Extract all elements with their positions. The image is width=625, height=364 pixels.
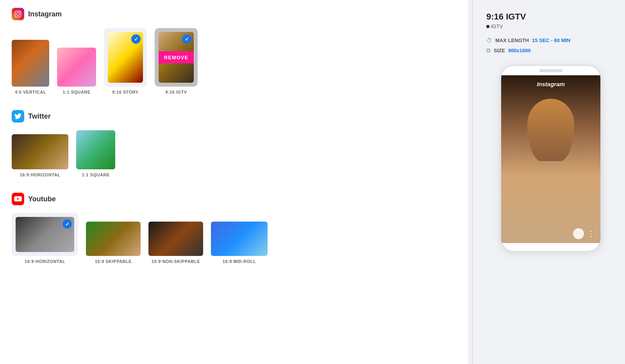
story-wrapper: ✓: [104, 28, 147, 87]
youtube-header: Youtube: [12, 193, 456, 205]
thumb-ig-story: ✓: [108, 32, 143, 83]
phone-top-bar: [501, 66, 600, 75]
phone-person: [527, 99, 574, 161]
youtube-icon: [12, 193, 24, 205]
subtitle-dot: [486, 25, 489, 28]
card-ig-11sq[interactable]: 1:1 SQUARE: [57, 48, 96, 94]
thumb-tw-11sq: [76, 130, 115, 169]
twitter-header: Twitter: [12, 110, 456, 123]
clock-icon: ⏱: [486, 37, 492, 44]
phone-bottom-outer: [501, 243, 600, 251]
left-panel: Instagram 4:5 VERTICAL 1:1 SQUARE ✓ 9: [0, 0, 468, 364]
thumb-yt-skip: [86, 222, 141, 256]
check-badge-igtv: ✓: [182, 34, 191, 44]
right-panel: 9:16 IGTV IGTV ⏱ MAX LENGTH 15 SEC - 60 …: [477, 0, 625, 364]
svg-point-2: [19, 12, 20, 13]
card-ig-45v[interactable]: 4:5 VERTICAL: [12, 40, 49, 94]
card-yt-skip[interactable]: 16:9 SKIPPABLE: [86, 222, 141, 264]
svg-point-1: [16, 12, 20, 16]
thumb-ig-igtv: ✓ REMOVE: [159, 32, 194, 83]
panel-divider: [472, 0, 473, 364]
phone-screen-bg: Instagram ⋮: [501, 75, 600, 243]
twitter-title: Twitter: [28, 112, 51, 121]
remove-button[interactable]: REMOVE: [159, 51, 194, 64]
check-badge-story: ✓: [131, 34, 141, 44]
size-label: SIZE: [494, 48, 505, 53]
thumb-ig-45v: [12, 40, 49, 87]
phone-notch: [539, 69, 562, 72]
label-tw-11sq: 1:1 SQUARE: [82, 172, 109, 177]
thumb-ig-11sq: [57, 48, 96, 87]
right-panel-subtitle: IGTV: [486, 23, 503, 29]
instagram-icon: [12, 8, 24, 20]
size-row: ⧉ SIZE 900x1600: [486, 47, 531, 54]
instagram-header: Instagram: [12, 8, 456, 20]
card-yt-169h[interactable]: ✓ 16:9 HORIZONTAL: [12, 213, 78, 264]
twitter-icon: [12, 110, 24, 123]
label-tw-169h: 16:9 HORIZONTAL: [20, 172, 61, 177]
max-length-label: MAX LENGTH: [495, 37, 529, 43]
phone-mockup: Instagram ⋮: [500, 65, 602, 252]
card-yt-mid[interactable]: 16:9 MID-ROLL: [211, 222, 268, 264]
thumb-tw-169h: [12, 134, 68, 169]
thumb-yt-noskip: [148, 222, 203, 256]
label-ig-story: 9:16 STORY: [112, 90, 138, 94]
max-length-value: 15 SEC - 60 MIN: [532, 37, 570, 43]
yt-wrapper: ✓: [12, 213, 78, 256]
instagram-title: Instagram: [28, 10, 62, 18]
right-panel-title: 9:16 IGTV: [486, 12, 526, 22]
phone-circle-button: [573, 228, 584, 239]
card-yt-noskip[interactable]: 16:9 NON-SKIPPABLE: [148, 222, 203, 264]
label-ig-igtv: 9:16 IGTV: [165, 90, 187, 94]
size-icon: ⧉: [486, 47, 491, 54]
label-yt-169h: 16:9 HORIZONTAL: [25, 259, 65, 264]
size-value: 900x1600: [508, 48, 531, 53]
igtv-wrapper: ✓ REMOVE: [155, 28, 198, 87]
youtube-cards-grid: ✓ 16:9 HORIZONTAL 16:9 SKIPPABLE 16:9 NO…: [12, 213, 456, 264]
youtube-section: Youtube ✓ 16:9 HORIZONTAL 16:9 SKIPPABLE: [12, 193, 456, 264]
phone-bottom-bar: ⋮: [573, 228, 595, 239]
label-yt-skip: 16:9 SKIPPABLE: [95, 259, 132, 264]
phone-overlay-text: Instagram: [501, 81, 600, 87]
label-ig-11sq: 1:1 SQUARE: [62, 90, 90, 94]
instagram-section: Instagram 4:5 VERTICAL 1:1 SQUARE ✓ 9: [12, 8, 456, 94]
right-panel-subtitle-text: IGTV: [491, 23, 503, 29]
label-yt-noskip: 16:9 NON-SKIPPABLE: [152, 259, 200, 264]
phone-dots: ⋮: [587, 230, 595, 238]
card-ig-story[interactable]: ✓ 9:16 STORY: [104, 28, 147, 94]
card-tw-11sq[interactable]: 1:1 SQUARE: [76, 130, 115, 177]
thumb-yt-mid: [211, 222, 268, 256]
youtube-title: Youtube: [28, 195, 56, 203]
max-length-row: ⏱ MAX LENGTH 15 SEC - 60 MIN: [486, 37, 570, 44]
card-tw-169h[interactable]: 16:9 HORIZONTAL: [12, 134, 68, 177]
label-ig-45v: 4:5 VERTICAL: [15, 90, 46, 94]
twitter-section: Twitter 16:9 HORIZONTAL 1:1 SQUARE: [12, 110, 456, 177]
thumb-yt-169h: ✓: [16, 217, 74, 252]
twitter-cards-grid: 16:9 HORIZONTAL 1:1 SQUARE: [12, 130, 456, 177]
svg-rect-0: [15, 11, 21, 17]
label-yt-mid: 16:9 MID-ROLL: [223, 259, 256, 264]
instagram-cards-grid: 4:5 VERTICAL 1:1 SQUARE ✓ 9:16 STORY: [12, 28, 456, 94]
card-ig-igtv[interactable]: ✓ REMOVE 9:16 IGTV: [155, 28, 198, 94]
check-badge-yt: ✓: [62, 219, 72, 229]
phone-screen: Instagram ⋮: [501, 75, 600, 243]
